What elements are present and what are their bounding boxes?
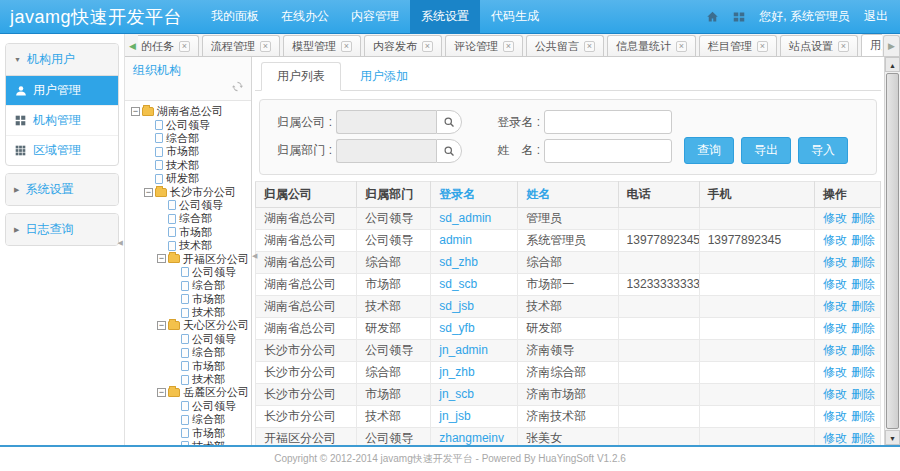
login-link[interactable]: jn_zhb — [439, 365, 474, 379]
tree-folder-天心区分公司[interactable]: −天心区分公司 — [129, 319, 251, 332]
tab-close-icon[interactable]: × — [676, 41, 687, 52]
company-search-button[interactable] — [436, 110, 462, 134]
tab-close-icon[interactable]: × — [584, 41, 595, 52]
tab-用户管理[interactable]: 用户管理× — [861, 34, 882, 56]
action-修改[interactable]: 修改 — [823, 409, 847, 423]
tree-leaf-技术部[interactable]: 技术部 — [129, 159, 251, 172]
action-删除[interactable]: 删除 — [851, 387, 875, 401]
login-link[interactable]: sd_zhb — [439, 255, 478, 269]
sidebar-item-区域管理[interactable]: 区域管理 — [6, 136, 118, 165]
tree-leaf-市场部[interactable]: 市场部 — [129, 359, 251, 372]
sidebar-group-日志查询[interactable]: ▶日志查询 — [6, 214, 118, 245]
tree-expander-icon[interactable]: − — [157, 321, 166, 330]
tree-leaf-综合部[interactable]: 综合部 — [129, 279, 251, 292]
login-link[interactable]: sd_scb — [439, 277, 477, 291]
nav-item-内容管理[interactable]: 内容管理 — [340, 0, 410, 34]
tree-expander-icon[interactable]: − — [144, 188, 153, 197]
home-icon[interactable] — [706, 11, 719, 23]
action-删除[interactable]: 删除 — [851, 343, 875, 357]
tab-close-icon[interactable]: × — [179, 41, 190, 52]
tree-expander-icon[interactable]: − — [131, 107, 140, 116]
login-input[interactable] — [544, 110, 672, 134]
tree-leaf-公司领导[interactable]: 公司领导 — [129, 118, 251, 131]
tree-leaf-技术部[interactable]: 技术部 — [129, 239, 251, 252]
tree-leaf-市场部[interactable]: 市场部 — [129, 292, 251, 305]
refresh-icon[interactable] — [232, 81, 243, 92]
tab-站点设置[interactable]: 站点设置× — [780, 35, 858, 56]
tree-collapse-handle[interactable]: ◀ — [252, 252, 257, 260]
nav-item-代码生成[interactable]: 代码生成 — [480, 0, 550, 34]
tree-leaf-综合部[interactable]: 综合部 — [129, 346, 251, 359]
tab-close-icon[interactable]: × — [422, 41, 433, 52]
action-删除[interactable]: 删除 — [851, 255, 875, 269]
login-link[interactable]: sd_yfb — [439, 321, 474, 335]
col-姓名[interactable]: 姓名 — [518, 182, 618, 208]
tab-模型管理[interactable]: 模型管理× — [283, 35, 361, 56]
tree-leaf-技术部[interactable]: 技术部 — [129, 373, 251, 386]
tree-leaf-公司领导[interactable]: 公司领导 — [129, 333, 251, 346]
tree-leaf-综合部[interactable]: 综合部 — [129, 212, 251, 225]
tab-流程管理[interactable]: 流程管理× — [202, 35, 280, 56]
tab-close-icon[interactable]: × — [260, 41, 271, 52]
import-button[interactable]: 导入 — [798, 137, 848, 164]
tree-leaf-综合部[interactable]: 综合部 — [129, 413, 251, 426]
tab-内容发布[interactable]: 内容发布× — [364, 35, 442, 56]
logout-link[interactable]: 退出 — [864, 8, 888, 25]
action-修改[interactable]: 修改 — [823, 277, 847, 291]
action-删除[interactable]: 删除 — [851, 211, 875, 225]
tab-close-icon[interactable]: × — [757, 41, 768, 52]
tree-expander-icon[interactable]: − — [157, 388, 166, 397]
sidebar-item-机构管理[interactable]: 机构管理 — [6, 106, 118, 136]
tab-close-icon[interactable]: × — [838, 41, 849, 52]
action-删除[interactable]: 删除 — [851, 233, 875, 247]
tree-leaf-市场部[interactable]: 市场部 — [129, 145, 251, 158]
tree-leaf-技术部[interactable]: 技术部 — [129, 440, 251, 445]
tree-folder-湖南省总公司[interactable]: −湖南省总公司 — [129, 105, 251, 118]
tab-的任务[interactable]: 的任务× — [138, 35, 199, 56]
action-修改[interactable]: 修改 — [823, 343, 847, 357]
action-删除[interactable]: 删除 — [851, 277, 875, 291]
tab-close-icon[interactable]: × — [341, 41, 352, 52]
export-button[interactable]: 导出 — [741, 137, 791, 164]
action-修改[interactable]: 修改 — [823, 365, 847, 379]
sidebar-item-用户管理[interactable]: 用户管理 — [6, 76, 118, 106]
tab-close-icon[interactable]: × — [503, 41, 514, 52]
login-link[interactable]: jn_admin — [439, 343, 488, 357]
vertical-scrollbar[interactable]: ▲ ▼ — [884, 57, 900, 445]
scroll-up-icon[interactable]: ▲ — [885, 57, 900, 72]
tree-folder-岳麓区分公司[interactable]: −岳麓区分公司 — [129, 386, 251, 399]
tree-leaf-公司领导[interactable]: 公司领导 — [129, 266, 251, 279]
login-link[interactable]: sd_jsb — [439, 299, 474, 313]
col-登录名[interactable]: 登录名 — [431, 182, 518, 208]
action-修改[interactable]: 修改 — [823, 387, 847, 401]
tab-user-add[interactable]: 用户添加 — [345, 63, 423, 90]
tree-expander-icon[interactable]: − — [157, 254, 166, 263]
action-删除[interactable]: 删除 — [851, 365, 875, 379]
tree-folder-长沙市分公司[interactable]: −长沙市分公司 — [129, 185, 251, 198]
tree-leaf-公司领导[interactable]: 公司领导 — [129, 199, 251, 212]
action-删除[interactable]: 删除 — [851, 321, 875, 335]
action-修改[interactable]: 修改 — [823, 321, 847, 335]
sidebar-group-机构用户[interactable]: ▼机构用户 — [6, 44, 118, 75]
tree-leaf-市场部[interactable]: 市场部 — [129, 426, 251, 439]
action-删除[interactable]: 删除 — [851, 409, 875, 423]
tab-信息量统计[interactable]: 信息量统计× — [607, 35, 696, 56]
action-修改[interactable]: 修改 — [823, 211, 847, 225]
tree-leaf-技术部[interactable]: 技术部 — [129, 306, 251, 319]
apps-icon[interactable] — [733, 11, 745, 23]
tree-leaf-市场部[interactable]: 市场部 — [129, 226, 251, 239]
tabs-scroll-right-icon[interactable]: ▶ — [883, 35, 900, 56]
name-input[interactable] — [544, 139, 672, 163]
tab-公共留言[interactable]: 公共留言× — [526, 35, 604, 56]
nav-item-我的面板[interactable]: 我的面板 — [200, 0, 270, 34]
tab-栏目管理[interactable]: 栏目管理× — [699, 35, 777, 56]
tree-folder-开福区分公司[interactable]: −开福区分公司 — [129, 252, 251, 265]
action-删除[interactable]: 删除 — [851, 299, 875, 313]
tree-leaf-研发部[interactable]: 研发部 — [129, 172, 251, 185]
login-link[interactable]: sd_admin — [439, 211, 491, 225]
nav-item-系统设置[interactable]: 系统设置 — [410, 0, 480, 34]
sidebar-group-系统设置[interactable]: ▶系统设置 — [6, 174, 118, 205]
query-button[interactable]: 查询 — [684, 137, 734, 164]
dept-input[interactable] — [336, 139, 436, 163]
tabs-scroll-left-icon[interactable]: ◀ — [127, 36, 138, 56]
